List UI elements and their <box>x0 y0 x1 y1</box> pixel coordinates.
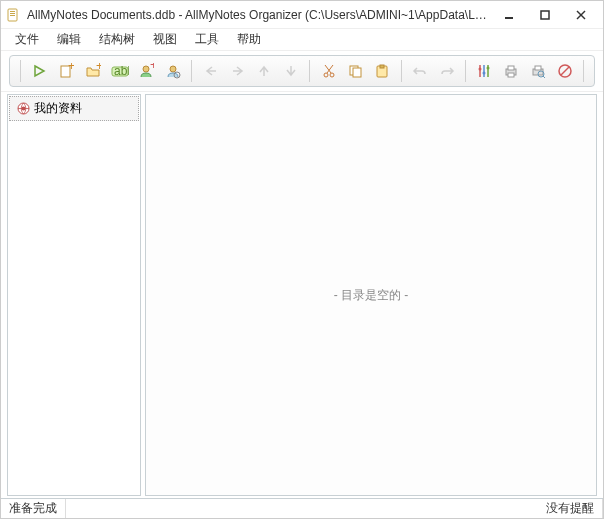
content-panel: - 目录是空的 - <box>145 94 597 496</box>
menu-view[interactable]: 视图 <box>145 29 185 50</box>
titlebar: AllMyNotes Documents.ddb - AllMyNotes Or… <box>1 1 603 29</box>
toolbar-separator <box>465 60 466 82</box>
empty-message: - 目录是空的 - <box>334 287 409 304</box>
rename-button[interactable]: abI <box>107 58 132 84</box>
status-right: 没有提醒 <box>538 499 603 518</box>
tree-panel[interactable]: 我的资料 <box>7 94 141 496</box>
svg-point-29 <box>479 68 482 71</box>
tree-root-label: 我的资料 <box>34 100 82 117</box>
svg-line-38 <box>543 76 545 78</box>
redo-button[interactable] <box>434 58 459 84</box>
svg-rect-4 <box>505 17 513 19</box>
toolbar-separator <box>583 60 584 82</box>
svg-text:+: + <box>96 63 101 73</box>
toolbar-separator <box>401 60 402 82</box>
settings-button[interactable] <box>472 58 497 84</box>
svg-rect-2 <box>10 13 15 14</box>
toolbar-separator <box>309 60 310 82</box>
maximize-button[interactable] <box>527 4 563 26</box>
svg-rect-34 <box>508 73 514 77</box>
svg-text:+: + <box>150 63 154 72</box>
move-up-button[interactable] <box>252 58 277 84</box>
toolbar-separator <box>20 60 21 82</box>
print-button[interactable] <box>499 58 524 84</box>
tree-root-item[interactable]: 我的资料 <box>9 96 139 121</box>
svg-point-19 <box>330 73 334 77</box>
svg-point-30 <box>483 72 486 75</box>
stop-button[interactable] <box>552 58 577 84</box>
svg-rect-25 <box>380 65 384 68</box>
move-right-button[interactable] <box>225 58 250 84</box>
main-body: 我的资料 - 目录是空的 - <box>1 91 603 498</box>
svg-point-14 <box>143 66 149 72</box>
minimize-button[interactable] <box>491 4 527 26</box>
move-down-button[interactable] <box>279 58 304 84</box>
svg-text:abI: abI <box>114 64 129 78</box>
play-button[interactable] <box>27 58 52 84</box>
globe-icon <box>16 102 30 116</box>
svg-marker-8 <box>35 66 44 76</box>
app-window: AllMyNotes Documents.ddb - AllMyNotes Or… <box>0 0 604 519</box>
svg-rect-33 <box>508 66 514 70</box>
svg-rect-5 <box>541 11 549 19</box>
menu-file[interactable]: 文件 <box>7 29 47 50</box>
svg-point-18 <box>324 73 328 77</box>
undo-button[interactable] <box>408 58 433 84</box>
svg-rect-3 <box>10 15 15 16</box>
close-button[interactable] <box>563 4 599 26</box>
menu-help[interactable]: 帮助 <box>229 29 269 50</box>
app-icon <box>5 7 21 23</box>
statusbar: 准备完成 没有提醒 <box>1 498 603 518</box>
paste-button[interactable] <box>370 58 395 84</box>
menu-tree[interactable]: 结构树 <box>91 29 143 50</box>
svg-rect-23 <box>353 68 361 77</box>
contact-add-button[interactable]: + <box>134 58 159 84</box>
window-controls <box>491 4 599 26</box>
status-left: 准备完成 <box>1 499 66 518</box>
contact-find-button[interactable] <box>161 58 186 84</box>
print-preview-button[interactable] <box>526 58 551 84</box>
svg-text:+: + <box>68 63 74 73</box>
svg-rect-36 <box>535 66 541 70</box>
menu-edit[interactable]: 编辑 <box>49 29 89 50</box>
window-title: AllMyNotes Documents.ddb - AllMyNotes Or… <box>27 8 491 22</box>
toolbar-container: + + abI + <box>1 51 603 91</box>
menubar: 文件 编辑 结构树 视图 工具 帮助 <box>1 29 603 51</box>
svg-line-40 <box>561 67 569 75</box>
svg-point-31 <box>487 67 490 70</box>
copy-button[interactable] <box>343 58 368 84</box>
toolbar-separator <box>191 60 192 82</box>
toolbar: + + abI + <box>9 55 595 87</box>
svg-rect-1 <box>10 11 15 12</box>
svg-point-42 <box>21 107 25 111</box>
new-note-button[interactable]: + <box>54 58 79 84</box>
new-folder-button[interactable]: + <box>80 58 105 84</box>
menu-tools[interactable]: 工具 <box>187 29 227 50</box>
svg-point-16 <box>170 66 176 72</box>
cut-button[interactable] <box>316 58 341 84</box>
move-left-button[interactable] <box>198 58 223 84</box>
